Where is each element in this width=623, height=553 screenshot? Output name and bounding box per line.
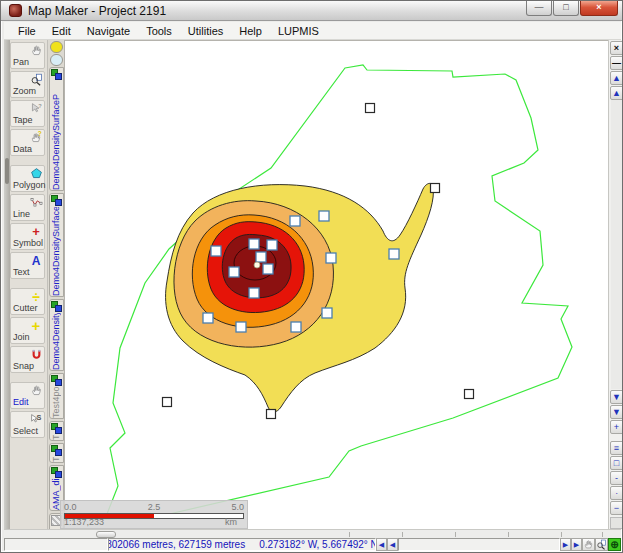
pentagon-icon xyxy=(29,167,43,180)
yellow-layer-button[interactable] xyxy=(50,41,63,53)
history-forward2-button[interactable]: ▶ xyxy=(571,538,582,551)
map-drawing[interactable] xyxy=(65,41,609,530)
layer-name: Demo4DensitySurfaceL xyxy=(50,207,63,296)
letter-a-icon: A xyxy=(29,254,43,267)
point-marker[interactable] xyxy=(203,313,213,323)
zoom-mode-button[interactable] xyxy=(595,538,608,551)
tool-label: Symbol xyxy=(13,238,43,248)
extent-box-button[interactable]: □ xyxy=(610,456,623,470)
plus-red-icon: + xyxy=(29,225,43,238)
tool-label: Cutter xyxy=(13,303,38,313)
tool-edit-button[interactable]: Edit xyxy=(10,382,45,409)
tool-label: Line xyxy=(13,209,30,219)
history-back2-button[interactable]: ◀ xyxy=(387,538,398,551)
zoom-out-button[interactable]: − xyxy=(610,501,623,515)
grid-lines-button[interactable]: ≡ xyxy=(610,441,623,455)
point-marker[interactable] xyxy=(389,249,399,259)
scroll-down2-button[interactable]: ▼ xyxy=(610,405,623,419)
maximize-button[interactable]: □ xyxy=(553,1,579,16)
layer-tab-test4pol[interactable]: Test4pol xyxy=(49,373,64,419)
layer-name: Test4pol xyxy=(50,387,63,418)
menu-file[interactable]: File xyxy=(10,23,44,39)
menu-lupmis[interactable]: LUPMIS xyxy=(270,23,327,39)
tool-label: Join xyxy=(13,332,30,342)
tool-label: Polygon xyxy=(13,180,46,190)
menu-navigate[interactable]: Navigate xyxy=(79,23,138,39)
menu-help[interactable]: Help xyxy=(231,23,270,39)
tool-data-button[interactable]: ?Data xyxy=(10,129,45,156)
point-marker[interactable] xyxy=(263,264,273,274)
tool-line-button[interactable]: Line xyxy=(10,194,45,221)
tool-select-button[interactable]: SSelect xyxy=(10,411,45,438)
scale-tick-2: 5.0 xyxy=(231,502,244,512)
layer-tab-demo4densitysurfacep[interactable]: Demo4DensitySurfaceP xyxy=(49,67,64,191)
layer-icon xyxy=(51,467,62,478)
menu-tools[interactable]: Tools xyxy=(138,23,180,39)
layer-tab-tr[interactable]: Tr xyxy=(49,421,64,441)
menu-edit[interactable]: Edit xyxy=(44,23,79,39)
point-marker[interactable] xyxy=(267,410,276,419)
map-close-button[interactable]: × xyxy=(610,41,623,55)
scale-ratio: 1:137,233 xyxy=(64,517,104,527)
point-marker[interactable] xyxy=(267,240,277,250)
point-marker[interactable] xyxy=(236,322,246,332)
point-marker[interactable] xyxy=(366,104,375,113)
scroll-up-button[interactable]: ▲ xyxy=(610,71,623,85)
horizontal-scrollbar[interactable] xyxy=(4,529,621,538)
point-marker[interactable] xyxy=(319,211,329,221)
point-marker[interactable] xyxy=(229,267,239,277)
title-bar[interactable]: Map Maker - Project 2191 — □ × xyxy=(1,1,622,21)
point-marker[interactable] xyxy=(291,322,301,332)
zoom-in-button[interactable]: + xyxy=(610,420,623,434)
app-icon xyxy=(9,4,22,17)
hand-icon xyxy=(29,384,43,397)
white-layer-button[interactable] xyxy=(50,54,63,66)
point-marker[interactable] xyxy=(326,253,336,263)
history-forward-button[interactable]: ▶ xyxy=(560,538,571,551)
layer-name: Tr xyxy=(50,457,63,462)
density-center-dot xyxy=(254,262,260,268)
point-marker[interactable] xyxy=(249,239,259,249)
tool-palette: PanZoom?Tape?DataPolygonLine+SymbolAText… xyxy=(10,42,47,440)
dot-button[interactable]: ∙ xyxy=(610,486,623,500)
minimize-button[interactable]: — xyxy=(526,1,552,16)
tool-pan-button[interactable]: Pan xyxy=(10,42,45,69)
scale-tick-0: 0.0 xyxy=(64,502,77,512)
scroll-up2-button[interactable]: ▲ xyxy=(610,86,623,100)
point-marker[interactable] xyxy=(465,390,474,399)
point-marker[interactable] xyxy=(290,216,300,226)
map-canvas[interactable] xyxy=(64,40,608,529)
point-marker[interactable] xyxy=(249,288,259,298)
point-marker[interactable] xyxy=(256,252,266,262)
tool-zoom-button[interactable]: Zoom xyxy=(10,71,45,98)
tool-text-button[interactable]: AText xyxy=(10,252,45,279)
close-button[interactable]: × xyxy=(580,1,618,16)
point-marker[interactable] xyxy=(431,184,440,193)
coordinate-readout: 802066 metres, 627159 metres 0.273182° W… xyxy=(108,538,376,551)
layer-tab-demo4densitysurfacel[interactable]: Demo4DensitySurfaceL xyxy=(49,193,64,297)
point-marker[interactable] xyxy=(211,246,221,256)
tool-polygon-button[interactable]: Polygon xyxy=(10,165,45,192)
point-marker[interactable] xyxy=(322,308,332,318)
hscroll-thumb[interactable] xyxy=(96,531,116,538)
tool-tape-button[interactable]: ?Tape xyxy=(10,100,45,127)
layer-name: Demo4DensitySurfaceP xyxy=(50,81,63,190)
small-dash-button[interactable]: - xyxy=(610,471,623,485)
point-marker[interactable] xyxy=(163,398,172,407)
history-back-button[interactable]: ◀ xyxy=(376,538,387,551)
layer-icon xyxy=(51,375,62,386)
recenter-target-button[interactable]: ⊕ xyxy=(608,538,621,551)
scroll-down-button[interactable]: ▼ xyxy=(610,390,623,404)
tool-join-button[interactable]: +Join xyxy=(10,317,45,344)
collapse-button[interactable]: — xyxy=(610,56,623,70)
vertical-scroll-track[interactable] xyxy=(611,100,623,389)
tool-cutter-button[interactable]: ÷Cutter xyxy=(10,288,45,315)
status-middle-panel xyxy=(398,538,560,551)
layer-tab-tr[interactable]: Tr xyxy=(49,443,64,463)
tool-snap-button[interactable]: Snap xyxy=(10,346,45,373)
layer-tab-demo4densitysur[interactable]: Demo4DensitySur xyxy=(49,299,64,371)
select-arrow-icon: S xyxy=(29,413,43,426)
tool-symbol-button[interactable]: +Symbol xyxy=(10,223,45,250)
pan-mode-button[interactable] xyxy=(582,538,595,551)
menu-utilities[interactable]: Utilities xyxy=(180,23,231,39)
